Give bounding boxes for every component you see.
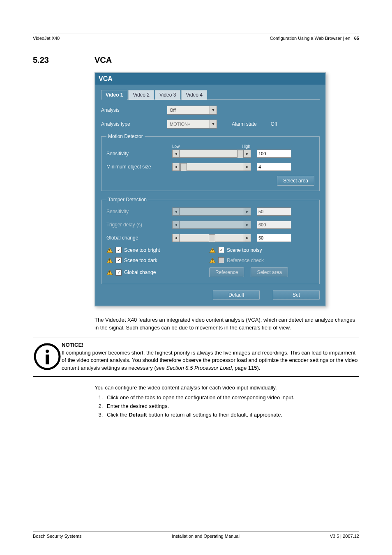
cb-reference-check: ! Reference check — [209, 257, 295, 263]
analysis-type-value: MOTION+ — [167, 122, 210, 127]
header-right: Configuration Using a Web Browser | en 6… — [270, 36, 359, 41]
tab-video4[interactable]: Video 4 — [181, 90, 207, 100]
notice-text-b: , page 115). — [232, 365, 260, 371]
warning-icon: ! — [209, 258, 216, 263]
page-footer: Bosch Security Systems Installation and … — [33, 532, 359, 539]
default-button[interactable]: Default — [213, 290, 260, 300]
min-object-size-slider[interactable]: ◄ ► — [172, 163, 251, 171]
vca-panel: VCA Video 1 Video 2 Video 3 Video 4 Anal… — [95, 72, 326, 306]
motion-detector-group: Motion Detector Low High Sensitivity ◄ ►… — [101, 134, 320, 191]
info-icon — [33, 341, 62, 372]
footer-left: Bosch Security Systems — [33, 534, 82, 539]
arrow-left-icon[interactable]: ◄ — [173, 150, 180, 157]
global-change-value[interactable]: 50 — [257, 234, 291, 242]
tamper-group-legend: Tamper Detection — [106, 197, 148, 203]
min-object-size-value[interactable]: 4 — [257, 163, 291, 171]
trigger-delay-label: Trigger delay (s) — [106, 222, 172, 228]
warning-icon: ! — [106, 258, 113, 263]
trigger-delay-slider: ◄ ► — [172, 221, 251, 229]
section-number: 5.23 — [33, 55, 95, 65]
cb-scene-too-bright[interactable]: ! ✓ Scene too bright — [106, 247, 193, 253]
notice-ref: Section 8.5 Processor Load — [166, 365, 232, 371]
alarm-state-label: Alarm state — [232, 121, 257, 127]
cb-label: Reference check — [227, 258, 264, 263]
svg-text:!: ! — [212, 249, 213, 253]
header-right-text: Configuration Using a Web Browser | en — [270, 36, 350, 41]
chevron-down-icon: ▼ — [210, 120, 217, 128]
paragraph-intro: The VideoJet X40 features an integrated … — [95, 316, 359, 332]
analysis-type-select: MOTION+ ▼ — [167, 120, 217, 129]
t-sensitivity-label: Sensitivity — [106, 209, 172, 214]
step3-a: Click the — [107, 412, 129, 418]
notice-heading: NOTICE! — [62, 341, 359, 349]
arrow-right-icon[interactable]: ► — [244, 163, 251, 170]
step-3: Click the Default button to return all s… — [104, 411, 359, 419]
rule-top — [33, 34, 359, 34]
arrow-left-icon[interactable]: ◄ — [173, 234, 180, 242]
header-left: VideoJet X40 — [33, 36, 60, 41]
cb-global-change[interactable]: ! ✓ Global change — [106, 267, 193, 277]
page-header: VideoJet X40 Configuration Using a Web B… — [33, 36, 359, 41]
analysis-value: Off — [167, 108, 210, 113]
slider-range-labels: Low High — [172, 144, 250, 149]
panel-title: VCA — [95, 73, 325, 85]
svg-text:!: ! — [109, 259, 111, 263]
low-label: Low — [172, 144, 180, 149]
trigger-delay-value: 600 — [257, 221, 291, 229]
steps-list: Click one of the tabs to open the config… — [95, 394, 359, 419]
warning-icon: ! — [106, 247, 113, 253]
tamper-detection-group: Tamper Detection Sensitivity ◄ ► 50 Trig… — [101, 197, 320, 284]
global-change-slider[interactable]: ◄ ► — [172, 234, 251, 242]
sensitivity-slider[interactable]: ◄ ► — [172, 150, 251, 158]
t-sensitivity-slider: ◄ ► — [172, 207, 251, 216]
cb-label: Scene too dark — [124, 258, 157, 263]
warning-icon: ! — [209, 247, 216, 253]
min-object-size-label: Minimum object size — [106, 164, 172, 170]
svg-point-11 — [46, 350, 49, 353]
notice-block: NOTICE! If computing power becomes short… — [33, 338, 359, 377]
arrow-left-icon[interactable]: ◄ — [173, 163, 180, 170]
high-label: High — [242, 144, 250, 149]
step3-default: Default — [129, 412, 147, 418]
cb-label: Scene too noisy — [227, 247, 262, 253]
analysis-type-label: Analysis type — [101, 121, 167, 127]
page-number: 65 — [354, 36, 359, 41]
tamper-select-area-button: Select area — [251, 267, 288, 277]
arrow-right-icon[interactable]: ► — [244, 150, 251, 157]
cb-label: Scene too bright — [124, 247, 160, 253]
cb-scene-too-dark[interactable]: ! ✓ Scene too dark — [106, 257, 193, 263]
svg-rect-12 — [46, 355, 49, 364]
global-change-label: Global change — [106, 235, 172, 241]
analysis-select[interactable]: Off ▼ — [167, 106, 217, 115]
footer-center: Installation and Operating Manual — [172, 534, 240, 539]
sensitivity-value[interactable]: 100 — [257, 150, 291, 158]
footer-right: V3.5 | 2007.12 — [330, 534, 359, 539]
svg-text:!: ! — [212, 259, 213, 263]
reference-button: Reference — [209, 267, 244, 277]
arrow-right-icon: ► — [244, 221, 251, 228]
svg-text:!: ! — [109, 271, 111, 275]
analysis-label: Analysis — [101, 107, 167, 113]
video-tabs: Video 1 Video 2 Video 3 Video 4 — [101, 90, 320, 100]
motion-group-legend: Motion Detector — [106, 134, 145, 139]
cb-scene-too-noisy[interactable]: ! ✓ Scene too noisy — [209, 247, 295, 253]
t-sensitivity-value: 50 — [257, 207, 291, 216]
select-area-button[interactable]: Select area — [277, 176, 314, 186]
alarm-state-value: Off — [271, 121, 277, 127]
cb-label: Global change — [124, 269, 156, 275]
set-button[interactable]: Set — [273, 290, 320, 300]
tab-video3[interactable]: Video 3 — [155, 90, 180, 100]
arrow-right-icon[interactable]: ► — [244, 234, 251, 242]
arrow-right-icon: ► — [244, 208, 251, 215]
tab-video1[interactable]: Video 1 — [101, 90, 127, 100]
warning-icon: ! — [106, 269, 113, 275]
step3-c: button to return all settings to their d… — [147, 412, 283, 418]
tab-video2[interactable]: Video 2 — [128, 90, 154, 100]
arrow-left-icon: ◄ — [173, 208, 180, 215]
section-title: VCA — [95, 55, 112, 65]
chevron-down-icon: ▼ — [210, 106, 217, 114]
arrow-left-icon: ◄ — [173, 221, 180, 228]
svg-text:!: ! — [109, 249, 111, 253]
step-1: Click one of the tabs to open the config… — [104, 394, 359, 402]
sensitivity-label: Sensitivity — [106, 151, 172, 157]
